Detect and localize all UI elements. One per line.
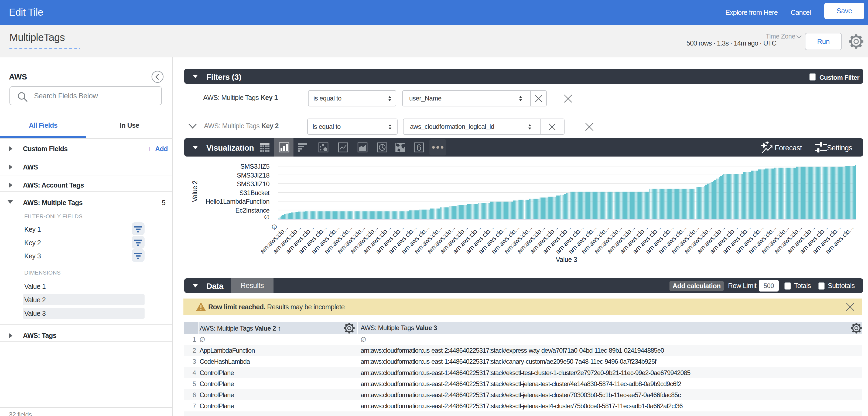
svg-text:SMS3JIZ5: SMS3JIZ5 [240, 163, 270, 170]
svg-text:Ec2Instance: Ec2Instance [235, 207, 270, 214]
svg-text:S31Bucket: S31Bucket [239, 189, 270, 197]
svg-text:Value 2: Value 2 [191, 180, 198, 202]
svg-text:Value 3: Value 3 [556, 256, 577, 263]
svg-text:Hello1LambdaFunction: Hello1LambdaFunction [206, 198, 270, 205]
svg-text:SMS3JIZ18: SMS3JIZ18 [237, 172, 270, 179]
svg-text:6: 6 [416, 142, 421, 152]
svg-text:∅: ∅ [270, 222, 279, 232]
svg-text:SMS3JIZ10: SMS3JIZ10 [237, 180, 270, 187]
svg-text:∅: ∅ [264, 213, 270, 221]
